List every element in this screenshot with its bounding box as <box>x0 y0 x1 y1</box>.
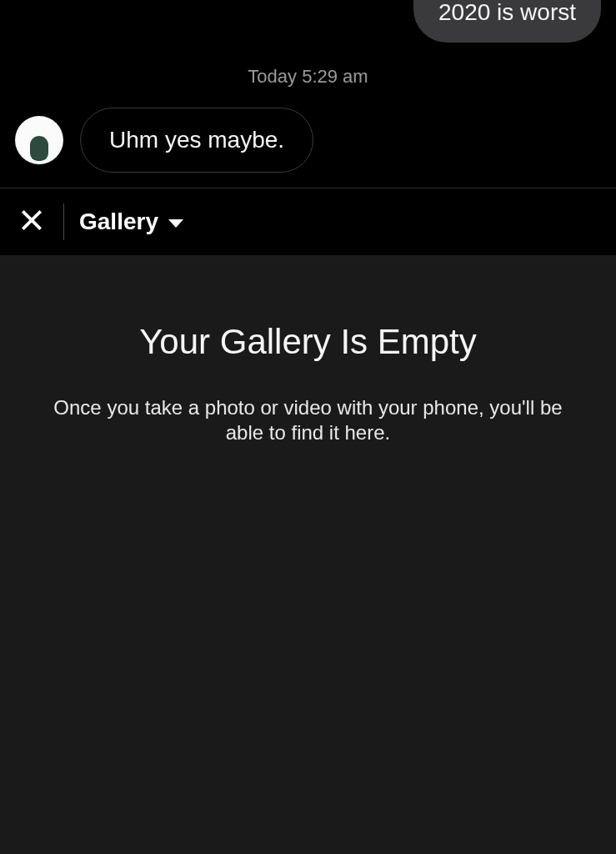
gallery-empty-subtitle: Once you take a photo or video with your… <box>33 395 583 445</box>
gallery-source-selector[interactable]: Gallery <box>79 208 183 235</box>
avatar[interactable] <box>15 116 63 164</box>
incoming-message-row: Uhm yes maybe. <box>15 108 601 173</box>
gallery-source-label: Gallery <box>79 208 158 235</box>
chat-timestamp: Today 5:29 am <box>15 43 601 108</box>
close-icon <box>18 207 45 237</box>
close-button[interactable] <box>15 205 48 239</box>
gallery-panel: Your Gallery Is Empty Once you take a ph… <box>0 255 616 854</box>
gallery-header: Gallery <box>0 188 616 255</box>
incoming-message-bubble[interactable]: Uhm yes maybe. <box>80 108 313 173</box>
chat-area: 2020 is worst Today 5:29 am Uhm yes mayb… <box>0 0 616 188</box>
outgoing-message-row: 2020 is worst <box>15 0 601 43</box>
outgoing-message-bubble[interactable]: 2020 is worst <box>413 0 601 43</box>
chevron-down-icon <box>168 219 183 228</box>
gallery-empty-title: Your Gallery Is Empty <box>139 322 477 362</box>
divider <box>63 203 64 240</box>
